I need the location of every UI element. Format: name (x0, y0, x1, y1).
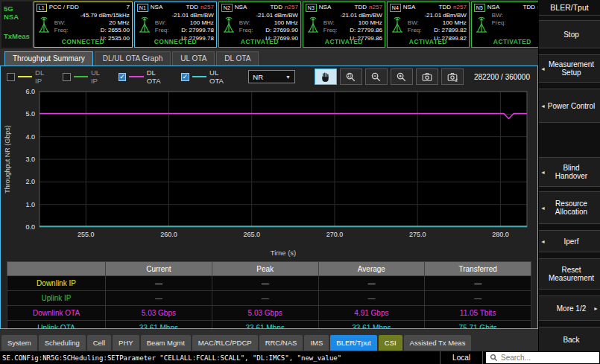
bottom-tab-scheduling[interactable]: Scheduling (39, 335, 86, 351)
legend-checkbox[interactable]: ✓ (181, 73, 189, 81)
zoom-in-icon (396, 71, 407, 83)
bottom-tab-assisted-tx-meas[interactable]: Assisted Tx Meas (404, 335, 472, 351)
svg-text:265.0: 265.0 (243, 231, 260, 238)
resource-allocation-button[interactable]: ◄ Resource Allocation (539, 191, 600, 224)
cell-status: ACTIVATED (303, 38, 385, 46)
antenna-icon (221, 15, 236, 34)
cell-name: NSA (151, 4, 162, 11)
meas-label-line1: 5G NSA (4, 4, 30, 21)
cell-badge: N1 (137, 4, 148, 12)
tab-throughput-summary[interactable]: Throughput Summary (4, 51, 93, 66)
antenna-icon (137, 15, 152, 34)
cell-badge: N3 (306, 4, 317, 12)
cell-panel[interactable]: N4 NSA TDD n257 -21.01 dBm/BW BW:100 MHz… (387, 1, 470, 48)
legend-line-swatch (192, 76, 206, 77)
legend-checkbox[interactable] (63, 73, 71, 81)
table-header-cell: Transferred (425, 262, 531, 276)
cell-band: n257 (200, 4, 214, 11)
sample-counter: 282200 / 360000 (474, 73, 531, 81)
zoom-out-button[interactable] (365, 68, 388, 85)
cell-panel[interactable]: N2 NSA TDD n257 -21.01 dBm/BW BW:100 MHz… (218, 1, 301, 48)
legend-line-swatch (74, 76, 88, 77)
table-cell: 4.91 Gbps (318, 306, 425, 321)
sidebar-title: BLER/Tput (539, 0, 600, 16)
tab-dlul-ota-graph[interactable]: DL/UL OTA Graph (95, 51, 171, 66)
row-label: Downlink OTA (7, 306, 106, 321)
tab-dl-ota[interactable]: DL OTA (216, 51, 259, 66)
svg-text:260.0: 260.0 (160, 231, 177, 238)
svg-text:2.0: 2.0 (25, 178, 35, 185)
svg-text:1.0: 1.0 (25, 201, 35, 208)
snapshot-button[interactable] (416, 68, 438, 85)
table-header-cell (7, 262, 106, 276)
table-row: Downlink IP — — — — (7, 276, 531, 291)
svg-text:280.0: 280.0 (492, 231, 509, 238)
cell-panel[interactable]: L1 PCC / FDD 7 -45.79 dBm/15kHz BW:20 MH… (34, 1, 133, 48)
throughput-chart[interactable]: 0.01.02.03.04.05.06.0255.0260.0265.0270.… (1, 87, 537, 258)
chart-canvas[interactable]: 0.01.02.03.04.05.06.0255.0260.0265.0270.… (1, 87, 536, 258)
camera-icon (421, 71, 433, 83)
legend-line-swatch (129, 76, 143, 77)
cell-bw-label: BW: (408, 19, 419, 27)
cell-bw-value: 100 MHz (359, 19, 382, 27)
bottom-tab-bler-tput[interactable]: BLER/Tput (330, 335, 376, 351)
bottom-tab-system[interactable]: System (1, 335, 37, 351)
throughput-table-wrap: Current Peak Average Transferred Downlin… (1, 258, 537, 329)
reset-measurement-button[interactable]: Reset Measurement (539, 258, 600, 290)
tab-ul-ota[interactable]: UL OTA (172, 51, 215, 66)
bottom-tab-cell[interactable]: Cell (87, 335, 111, 351)
table-cell: 33.61 Mbps (318, 321, 425, 330)
svg-text:270.0: 270.0 (326, 231, 344, 238)
table-row: Downlink OTA 5.03 Gbps 5.03 Gbps 4.91 Gb… (7, 306, 531, 321)
pan-tool-button[interactable] (315, 68, 337, 85)
cell-freq-dl: D: 27899.82 (422, 27, 467, 34)
cell-band: n257 (285, 4, 298, 11)
zoom-selection-button[interactable] (340, 68, 362, 85)
cell-status-bar: 5G NSA TxMeas L1 PCC / FDD 7 -45.79 dBm/… (0, 0, 538, 49)
bottom-tab-beam-mgmt[interactable]: Beam Mgmt (141, 335, 191, 351)
table-header-cell: Peak (212, 262, 318, 276)
cell-band: n257 (453, 4, 467, 11)
legend-checkbox[interactable] (7, 73, 15, 81)
table-header-row: Current Peak Average Transferred (7, 262, 531, 276)
stop-button[interactable]: Stop (539, 20, 600, 48)
cell-badge: L1 (37, 4, 47, 12)
power-control-button[interactable]: ◄ Power Control (539, 89, 600, 123)
back-button[interactable]: Back (539, 327, 600, 351)
blind-handover-button[interactable]: ◄ Blind Handover (539, 157, 600, 187)
search-input[interactable]: Search... (486, 352, 599, 363)
more-pages-button[interactable]: More 1/2 ► (539, 296, 600, 321)
arrow-left-icon: ◄ (540, 103, 546, 109)
svg-text:275.0: 275.0 (409, 231, 426, 238)
cell-badge: N5 (474, 4, 485, 12)
measurement-setup-button[interactable]: ◄ Measurement Setup (539, 54, 600, 83)
cell-bw-label: BW: (54, 19, 66, 27)
bottom-tab-ims[interactable]: IMS (304, 335, 329, 351)
table-row: Uplink IP — — — — (7, 291, 531, 306)
cell-name: NSA (487, 4, 499, 11)
arrow-left-icon: ◄ (540, 239, 546, 244)
cell-panel[interactable]: N1 NSA TDD n257 -21.01 dBm/BW BW:100 MHz… (134, 1, 217, 48)
bottom-tab-mac-rlc-pdcp[interactable]: MAC/RLC/PDCP (192, 335, 258, 351)
main-column: 5G NSA TxMeas L1 PCC / FDD 7 -45.79 dBm/… (0, 0, 538, 351)
snapshot-2-button[interactable]: 2 (441, 68, 464, 85)
local-mode-button[interactable]: Local (440, 351, 483, 364)
table-header-cell: Average (318, 262, 425, 276)
cell-status: CONNECTED (34, 38, 132, 46)
legend-checkbox[interactable]: ✓ (119, 73, 127, 81)
hand-icon (320, 71, 331, 83)
chart-toolbar: 2 (315, 68, 464, 85)
bottom-tab-rrc-nas[interactable]: RRC/NAS (259, 335, 303, 351)
cell-panel[interactable]: N5 NSA TDD n257 BW: Freq: ACTIVATED (471, 1, 538, 48)
cell-panel[interactable]: N3 NSA TDD n257 -21.01 dBm/BW BW:100 MHz… (303, 1, 385, 48)
cell-bw-value: 100 MHz (274, 19, 298, 27)
bottom-tab-csi[interactable]: CSI (379, 335, 402, 351)
throughput-table: Current Peak Average Transferred Downlin… (7, 261, 531, 329)
bottom-tab-phy[interactable]: PHY (113, 335, 139, 351)
cell-name: NSA (235, 4, 247, 11)
legend-item: UL IP (63, 68, 108, 85)
cell-status: ACTIVATED (388, 38, 469, 46)
zoom-in-button[interactable] (391, 68, 413, 85)
iperf-button[interactable]: ◄ Iperf (539, 230, 600, 252)
rat-select-dropdown[interactable]: NR ▼ (248, 70, 295, 83)
